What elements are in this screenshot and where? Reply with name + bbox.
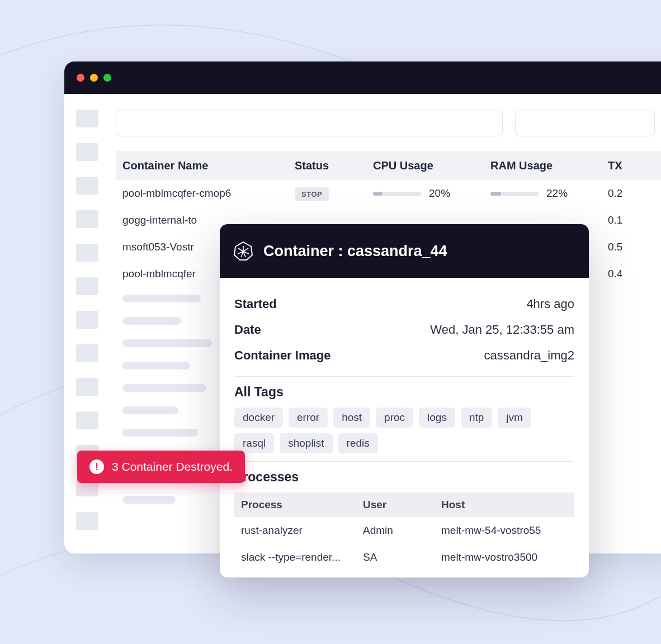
process-user: SA (363, 551, 441, 564)
sidebar-item[interactable] (76, 177, 98, 195)
sidebar-item[interactable] (76, 277, 98, 295)
image-value: cassandra_img2 (484, 348, 574, 363)
svg-line-3 (243, 248, 248, 252)
process-table: Process User Host rust-analyzer Admin me… (234, 493, 574, 571)
cpu-bar (373, 192, 421, 196)
tag[interactable]: jvm (498, 408, 531, 428)
tx-value: 0.5 (608, 241, 653, 253)
tags-list: docker error host proc logs ntp jvm rasq… (234, 408, 574, 453)
proc-col-host[interactable]: Host (441, 499, 574, 511)
process-host: melt-mw-54-vostro55 (441, 524, 574, 537)
process-host: melt-mw-vostro3500 (441, 551, 574, 564)
tag[interactable]: ntp (461, 408, 492, 428)
date-value: Wed, Jan 25, 12:33:55 am (430, 323, 574, 337)
process-name: slack --type=render... (234, 551, 363, 564)
started-value: 4hrs ago (526, 297, 574, 311)
col-header-cpu[interactable]: CPU Usage (373, 159, 490, 172)
date-label: Date (234, 323, 261, 337)
titlebar (64, 61, 661, 94)
status-badge: STOP (295, 187, 329, 201)
container-name: pool-mblmcqfer-cmop6 (116, 187, 295, 200)
process-name: rust-analyzer (234, 524, 363, 537)
svg-line-8 (238, 248, 243, 252)
col-header-tx[interactable]: TX (608, 159, 653, 172)
alert-icon: ! (89, 460, 104, 474)
tag[interactable]: redis (338, 433, 378, 453)
divider (234, 376, 574, 377)
sidebar-item[interactable] (76, 311, 98, 329)
sidebar-item[interactable] (76, 244, 98, 262)
col-header-name[interactable]: Container Name (116, 159, 295, 172)
tag[interactable]: error (289, 408, 328, 428)
ram-value: 22% (546, 187, 568, 200)
alert-text: 3 Container Destroyed. (112, 460, 233, 473)
sidebar-item[interactable] (76, 512, 98, 530)
search-input[interactable] (116, 110, 503, 136)
filter-input[interactable] (515, 110, 655, 136)
tag[interactable]: logs (419, 408, 455, 428)
processes-section-title: Processes (234, 470, 574, 485)
tx-value: 0.2 (608, 187, 653, 200)
container-detail-panel: Container : cassandra_44 Started 4hrs ag… (220, 224, 589, 577)
col-header-ram[interactable]: RAM Usage (490, 159, 608, 172)
sidebar (64, 94, 110, 553)
traffic-lights (77, 74, 111, 82)
tx-value: 0.1 (608, 214, 653, 226)
kubernetes-icon (233, 241, 253, 261)
sidebar-item[interactable] (76, 411, 98, 429)
tag[interactable]: shoplist (280, 433, 332, 453)
tag[interactable]: docker (234, 408, 283, 428)
tx-value: 0.4 (608, 268, 653, 280)
close-window-button[interactable] (77, 74, 84, 82)
tags-section-title: All Tags (234, 385, 574, 400)
tag[interactable]: host (333, 408, 370, 428)
proc-col-user[interactable]: User (363, 499, 441, 511)
col-header-status[interactable]: Status (295, 159, 373, 172)
process-row[interactable]: slack --type=render... SA melt-mw-vostro… (234, 544, 574, 571)
proc-col-process[interactable]: Process (234, 499, 363, 511)
sidebar-item[interactable] (76, 344, 98, 362)
sidebar-item[interactable] (76, 143, 98, 161)
minimize-window-button[interactable] (90, 74, 98, 82)
detail-header: Container : cassandra_44 (220, 224, 589, 278)
sidebar-item[interactable] (76, 110, 98, 127)
image-label: Container Image (234, 348, 330, 363)
divider (234, 461, 574, 462)
detail-title: Container : cassandra_44 (263, 243, 447, 260)
cpu-value: 20% (429, 187, 450, 200)
process-row[interactable]: rust-analyzer Admin melt-mw-54-vostro55 (234, 517, 574, 544)
process-user: Admin (363, 524, 441, 537)
alert-toast[interactable]: ! 3 Container Destroyed. (77, 451, 245, 483)
table-row[interactable]: pool-mblmcqfer-cmop6 STOP 20% 22% (116, 180, 661, 207)
tag[interactable]: proc (376, 408, 413, 428)
ram-bar (490, 192, 539, 196)
sidebar-item[interactable] (76, 378, 98, 396)
maximize-window-button[interactable] (103, 74, 111, 82)
sidebar-item[interactable] (76, 210, 98, 228)
started-label: Started (234, 297, 277, 311)
